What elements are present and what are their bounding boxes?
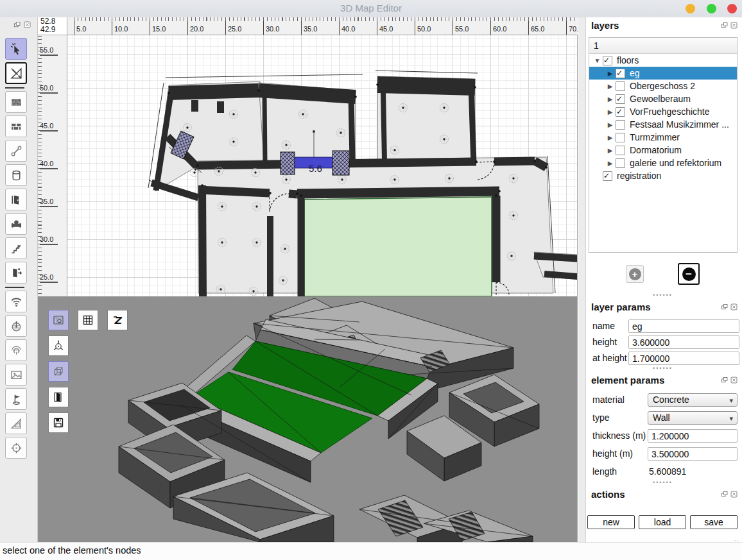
panel-splitter[interactable]	[578, 17, 585, 542]
h-ruler-tick: 10.0	[112, 21, 128, 35]
splitter-handle[interactable]: ••••••	[653, 365, 673, 371]
tool-texture[interactable]	[5, 91, 27, 113]
close-icon[interactable]	[730, 303, 738, 311]
element-height-field[interactable]	[648, 447, 738, 461]
layer-row-dormatorium[interactable]: ▶Dormatorium	[589, 144, 737, 157]
tool-node-link[interactable]	[5, 140, 27, 162]
tool-measure[interactable]	[5, 62, 27, 84]
chevron-right-icon[interactable]: ▶	[606, 160, 614, 167]
new-button[interactable]: new	[587, 515, 635, 529]
zoom-button[interactable]	[707, 4, 716, 13]
chevron-right-icon[interactable]: ▶	[606, 70, 614, 77]
view3d-axis-gizmo-button[interactable]	[48, 335, 69, 356]
load-button[interactable]: load	[639, 515, 686, 529]
layer-visibility-checkbox[interactable]	[616, 69, 625, 78]
tool-stairs[interactable]	[5, 237, 27, 259]
layer-row-floors[interactable]: ▼floors	[589, 54, 737, 67]
wifi-icon	[10, 295, 23, 309]
layer-row-obergeschoss-2[interactable]: ▶Obergeschoss 2	[589, 80, 737, 92]
close-icon[interactable]	[23, 21, 31, 29]
view3d-save-view-button[interactable]	[48, 412, 69, 433]
view3d-doors-toggle-button[interactable]	[48, 387, 69, 407]
add-layer-button[interactable]: +	[626, 265, 644, 283]
layer-row-registration[interactable]: registration	[589, 169, 737, 182]
plan-2d-canvas[interactable]: 5.6	[67, 35, 578, 296]
tool-beacon[interactable]	[5, 315, 27, 337]
layer-visibility-checkbox[interactable]	[603, 56, 612, 65]
material-select[interactable]: Concrete	[648, 393, 738, 407]
layer-visibility-checkbox[interactable]	[616, 94, 625, 104]
tool-image[interactable]	[5, 364, 27, 386]
layer-row-galerie-und-refektorium[interactable]: ▶galerie und refektorium	[589, 157, 737, 169]
chevron-right-icon[interactable]: ▶	[606, 108, 614, 115]
at-height-field[interactable]	[628, 352, 739, 365]
tool-column[interactable]	[5, 164, 27, 186]
layer-row-gewoelberaum[interactable]: ▶Gewoelberaum	[589, 92, 737, 105]
layer-visibility-checkbox[interactable]	[603, 171, 612, 181]
type-select[interactable]: Wall	[648, 411, 738, 425]
close-icon[interactable]	[730, 21, 738, 30]
tool-crosshair[interactable]	[5, 437, 27, 459]
v-ruler-tick: 45.0	[40, 122, 58, 132]
layer-visibility-checkbox[interactable]	[616, 107, 625, 117]
tool-wall-brick[interactable]	[5, 115, 27, 137]
thickness-field[interactable]	[648, 429, 738, 443]
float-icon[interactable]	[720, 303, 729, 311]
view3d-solid-view-button[interactable]	[48, 361, 69, 382]
float-icon[interactable]	[720, 376, 729, 384]
tool-fingerprint[interactable]	[5, 339, 27, 361]
layer-visibility-checkbox[interactable]	[616, 120, 625, 130]
titlebar[interactable]: 3D Map Editor	[0, 0, 742, 18]
tool-exit[interactable]	[5, 262, 27, 284]
tool-furniture[interactable]	[5, 213, 27, 235]
minimize-button[interactable]	[686, 4, 695, 13]
view-3d-canvas[interactable]	[38, 296, 578, 542]
view3d-grid-toggle-button[interactable]	[78, 310, 98, 330]
remove-layer-button[interactable]: −	[678, 263, 700, 285]
layer-visibility-checkbox[interactable]	[616, 158, 625, 168]
layer-row-turmzimmer[interactable]: ▶Turmzimmer	[589, 131, 737, 144]
float-icon[interactable]	[13, 21, 21, 29]
layer-visibility-checkbox[interactable]	[616, 146, 625, 155]
view3d-plan-view-button[interactable]	[48, 310, 69, 330]
close-icon[interactable]	[730, 376, 738, 384]
save-button[interactable]: save	[690, 515, 738, 529]
tool-door[interactable]	[5, 189, 27, 210]
tool-select[interactable]	[5, 38, 27, 60]
chevron-right-icon[interactable]: ▶	[606, 134, 614, 141]
float-icon[interactable]	[720, 490, 729, 498]
chevron-right-icon[interactable]: ▶	[606, 121, 614, 128]
tool-group-separator	[5, 87, 24, 89]
tool-flag[interactable]	[5, 388, 27, 410]
chevron-right-icon[interactable]: ▶	[606, 83, 614, 90]
wall-stub[interactable]	[191, 100, 198, 112]
layer-label: Festsaal Musikzimmer ...	[630, 119, 729, 130]
layer-visibility-checkbox[interactable]	[616, 133, 625, 142]
v-ruler-tick: 30.0	[40, 235, 58, 245]
float-icon[interactable]	[720, 21, 729, 30]
h-ruler-tick: 35.0	[301, 21, 317, 35]
model-3d	[38, 296, 578, 542]
view3d-z-order-button[interactable]	[107, 310, 128, 330]
splitter-handle[interactable]: ••••••	[653, 479, 673, 486]
wall-stub[interactable]	[217, 101, 224, 113]
layer-row-festsaal-musikzimmer-[interactable]: ▶Festsaal Musikzimmer ...	[589, 118, 737, 131]
name-field[interactable]	[628, 319, 739, 333]
layer-visibility-checkbox[interactable]	[616, 81, 625, 91]
splitter-handle[interactable]: ••••••	[653, 292, 673, 298]
height-field[interactable]	[628, 335, 739, 349]
tool-setsquare[interactable]	[5, 412, 27, 434]
chevron-right-icon[interactable]: ▶	[606, 96, 614, 103]
wall-node-handle[interactable]	[280, 152, 295, 174]
layers-tree[interactable]: 1 ▼floors▶eg▶Obergeschoss 2▶Gewoelberaum…	[589, 37, 738, 253]
wall-node-handle[interactable]	[332, 151, 349, 175]
layer-row-eg[interactable]: ▶eg	[589, 67, 737, 80]
right-panel: layers 1 ▼floors▶eg▶Obergeschoss 2▶Gewoe…	[585, 17, 742, 542]
chevron-right-icon[interactable]: ▶	[606, 147, 614, 154]
tool-wifi[interactable]	[5, 291, 27, 312]
close-button[interactable]	[727, 4, 737, 13]
layer-params-window-icons	[720, 303, 738, 311]
close-icon[interactable]	[730, 490, 738, 498]
chevron-down-icon[interactable]: ▼	[593, 57, 601, 64]
layer-row-vorfruehgeschichte[interactable]: ▶VorFruehgeschichte	[589, 105, 737, 118]
